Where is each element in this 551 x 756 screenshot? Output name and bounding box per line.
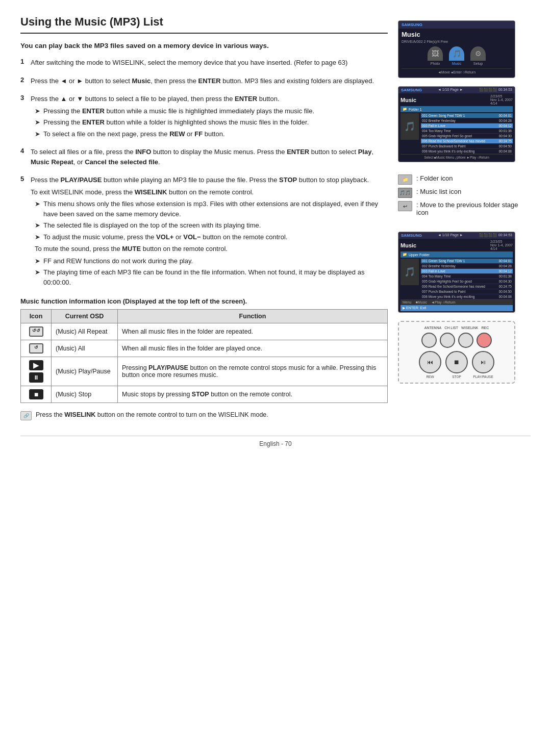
step-5-mute: To mute the sound, press the MUTE button… xyxy=(35,244,388,254)
table-header-row: Icon Current OSD Function xyxy=(21,310,388,323)
step-3-sub-1: ➤ Pressing the ENTER button while a musi… xyxy=(35,106,388,116)
screen-3-time: ⬛⬛⬛⬛ 00:34:53 xyxy=(479,233,512,238)
func-stop: Music stops by pressing STOP button on t… xyxy=(118,386,388,403)
remote-btn-stop[interactable]: ⏹ xyxy=(445,351,468,373)
remote-btn-rew[interactable]: ⏮ xyxy=(419,351,441,373)
screen-1-nav: ◄Move ●Enter ○Return xyxy=(402,68,512,75)
step-3-sub-2-text: Pressing the ENTER button while a folder… xyxy=(43,117,309,128)
table-row: ▶ ⏸ (Music) Play/Pause Pressing PLAY/PAU… xyxy=(21,357,388,386)
remote-btn-chlist[interactable] xyxy=(440,333,455,348)
note-icon: 🔗 xyxy=(20,411,32,420)
table-row: ⏹ (Music) Stop Music stops by pressing S… xyxy=(21,386,388,403)
prev-folder-legend-icon: ↩ xyxy=(398,201,412,211)
step-1: 1 After switching the mode to WISELINK, … xyxy=(20,58,388,70)
album-art: 🎵 xyxy=(400,113,419,140)
footer-text: English - 70 xyxy=(259,440,291,447)
step-3-sub-3: ➤ To select a file on the next page, pre… xyxy=(35,129,388,139)
screen-2-body: Music 2/23/05Nov 1-4, 20074/14 📁 Folder … xyxy=(398,93,515,162)
page-footer: English - 70 xyxy=(20,436,531,447)
arrow-icon-2: ➤ xyxy=(35,117,40,128)
remote-top-buttons xyxy=(403,333,510,348)
file-row-7: 007 Punch Backward to Paint00:04:50 xyxy=(421,144,513,149)
music-func-title: Music function information icon (Display… xyxy=(20,297,388,305)
screen-3-file-area: 🎵 001 Green Song Feat TDW 100:04:01 002 … xyxy=(400,259,513,299)
pause-icons: ⏸ xyxy=(25,372,47,383)
arrow-icon-5-5: ➤ xyxy=(35,267,40,278)
music-func-section: Music function information icon (Display… xyxy=(20,297,388,403)
remote-btn-antenna[interactable] xyxy=(421,333,437,348)
folder-label-icon: 📁 xyxy=(403,107,407,111)
step-5-sub-1-text: This menu shows only the files whose ext… xyxy=(43,199,388,219)
step-1-num: 1 xyxy=(20,58,31,65)
page-title: Using the Music (MP3) List xyxy=(20,15,388,34)
steps-list: 1 After switching the mode to WISELINK, … xyxy=(20,58,388,289)
screen-3: SAMSUNG ◄ 1/10 Page ► ⬛⬛⬛⬛ 00:34:53 Musi… xyxy=(398,232,515,313)
photo-icon: 🖼 xyxy=(428,46,443,61)
step-4-content: To select all files or a file, press the… xyxy=(31,147,388,169)
screen-1-icons: 🖼 Photo 🎵 Music ⚙ Setup xyxy=(402,46,512,65)
main-content: Using the Music (MP3) List You can play … xyxy=(20,15,388,420)
step-4-num: 4 xyxy=(20,147,31,155)
step-5: 5 Press the PLAY/PAUSE button while play… xyxy=(20,175,388,289)
step-5-sub-2-text: The selected file is displayed on the to… xyxy=(43,220,261,231)
stop-icon: ⏹ xyxy=(29,389,43,399)
step-5-num: 5 xyxy=(20,175,31,183)
music-list-icon-label: : Music list icon xyxy=(416,188,461,195)
arrow-icon-5-1: ➤ xyxy=(35,199,40,209)
screen-3-bar-item2: ■Music xyxy=(416,300,428,304)
intro-text: You can play back the MP3 files saved on… xyxy=(20,42,388,49)
folder-icon-label: : Folder icon xyxy=(416,174,453,182)
step-2-text: Press the ◄ or ► button to select Music,… xyxy=(31,76,388,86)
step-2-content: Press the ◄ or ► button to select Music,… xyxy=(31,76,388,88)
screen-2-nav-text: Select ■Music Menu △Move ►Play ○Return xyxy=(424,156,489,160)
photo-icon-item: 🖼 Photo xyxy=(428,46,443,65)
screen-3-header: SAMSUNG ◄ 1/10 Page ► ⬛⬛⬛⬛ 00:34:53 xyxy=(398,232,515,239)
step-1-content: After switching the mode to WISELINK, se… xyxy=(31,58,388,70)
screen-3-folder-info: 📁 Upper Folder xyxy=(400,251,513,258)
file-row-s8: 008 Move you think it's only exciting00:… xyxy=(421,294,513,299)
remote-label-rec: REC xyxy=(481,326,489,330)
screen-3-body: Music 2/23/05Nov 1-4, 20074/14 📁 Upper F… xyxy=(398,239,515,312)
setup-label: Setup xyxy=(473,62,483,65)
file-row-6: 006 Read the School/Someone has moved00:… xyxy=(421,139,513,144)
step-5-sub-3: ➤ To adjust the music volume, press the … xyxy=(35,232,388,242)
icon-play-pause-cell: ▶ ⏸ xyxy=(21,357,52,386)
table-row: ↺ (Music) All When all music files in th… xyxy=(21,340,388,357)
screen-3-bar-item: Menu xyxy=(403,300,412,304)
osd-play-pause: (Music) Play/Pause xyxy=(52,357,118,386)
photo-label: Photo xyxy=(431,62,440,65)
file-row-s4: 004 Too Many Time00:01:38 xyxy=(421,274,513,279)
icon-repeat-one-cell: ↺ xyxy=(21,340,52,357)
remote-label-wiselink: WISELINK xyxy=(461,326,478,330)
step-5-sub-3-text: To adjust the music volume, press the VO… xyxy=(43,232,287,242)
step-3-num: 3 xyxy=(20,94,31,102)
music-list-icon-item: 🎵🎵 : Music list icon xyxy=(398,188,531,198)
file-row-s5: 005 Grab Highlights Feel So good00:04:30 xyxy=(421,279,513,284)
bottom-note-text: Press the WISELINK button on the remote … xyxy=(36,411,268,418)
setup-icon-item: ⚙ Setup xyxy=(470,46,486,65)
remote-label-antenna: ANTENNA xyxy=(424,326,441,330)
screen-3-bar-item3: ◄Play ○Return xyxy=(431,300,456,304)
remote-btn-wiselink[interactable] xyxy=(458,333,473,348)
screen-2-date: 2/23/05Nov 1-4, 20074/14 xyxy=(490,94,513,105)
remote-playback-labels: REW STOP PLAY/PAUSE xyxy=(403,375,510,379)
file-row-selected: 001 Green Song Feat TDW 100:04:01 xyxy=(421,113,513,118)
icon-repeat-all-cell: ↺↺ xyxy=(21,323,52,340)
screen-2-file-area: 🎵 001 Green Song Feat TDW 100:04:01 002 … xyxy=(400,113,513,154)
func-repeat-one: When all music files in the folder are p… xyxy=(118,340,388,357)
remote-btn-playpause[interactable]: ⏯ xyxy=(472,351,494,373)
file-row-8: 008 Move you think it's only exciting00:… xyxy=(421,149,513,154)
brand-1: SAMSUNG xyxy=(402,22,422,27)
file-row-2: 002 Breathe Yesterday00:04:28 xyxy=(421,118,513,123)
step-4: 4 To select all files or a file, press t… xyxy=(20,147,388,169)
folder-legend-icon: 📁 xyxy=(398,174,412,185)
music-list-legend-icon: 🎵🎵 xyxy=(398,188,412,198)
screen-2-nav: Select ■Music Menu △Move ►Play ○Return xyxy=(400,154,513,161)
remote-btn-rec[interactable] xyxy=(477,333,492,348)
file-list: 001 Green Song Feat TDW 100:04:01 002 Br… xyxy=(421,113,513,154)
album-art-3: 🎵 xyxy=(400,259,419,285)
col-function: Function xyxy=(118,310,388,323)
screen-2-time: ⬛⬛⬛⬛ 00:34:53 xyxy=(479,88,512,92)
remote-playback-buttons: ⏮ ⏹ ⏯ xyxy=(403,351,510,373)
repeat-one-icon: ↺ xyxy=(29,343,43,354)
